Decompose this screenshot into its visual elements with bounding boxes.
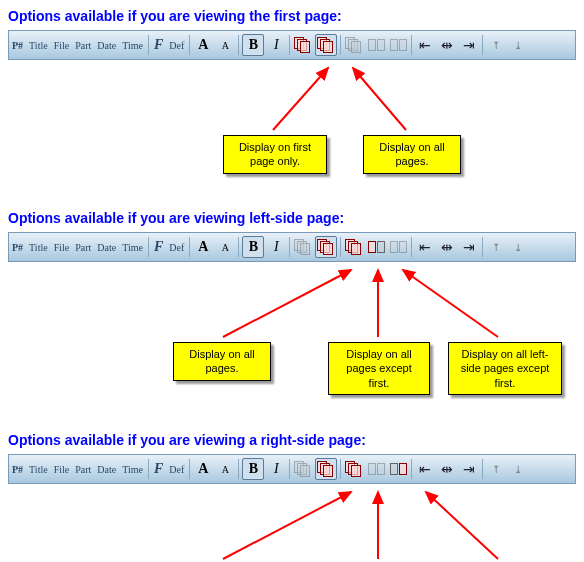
italic-button[interactable]: I	[266, 237, 286, 257]
align-right-button[interactable]: ⇥	[459, 35, 479, 55]
valign-bottom-button: ⤓	[508, 237, 528, 257]
font-large-button[interactable]: A	[193, 459, 213, 479]
dual-page-icon	[368, 463, 385, 475]
align-left-button[interactable]: ⇤	[415, 237, 435, 257]
font-icon[interactable]: F	[151, 233, 166, 261]
all-pages-button[interactable]	[315, 34, 337, 56]
callout-all-pages: Display on all pages.	[363, 135, 461, 174]
file-field[interactable]: File	[51, 233, 73, 261]
align-right-icon: ⇥	[463, 37, 475, 53]
except-first-button[interactable]	[344, 237, 364, 257]
italic-button[interactable]: I	[266, 35, 286, 55]
arrow-overlay	[8, 484, 578, 562]
font-icon[interactable]: F	[151, 31, 166, 59]
def-field[interactable]: Def	[166, 455, 187, 483]
font-small-button[interactable]: A	[215, 459, 235, 479]
callout-all-pages: Display on all pages.	[173, 342, 271, 381]
bold-button[interactable]: B	[242, 458, 264, 480]
first-page-only-button[interactable]	[293, 35, 313, 55]
page-number-field[interactable]: P#	[9, 31, 26, 59]
font-small-button[interactable]: A	[215, 237, 235, 257]
separator	[289, 35, 290, 55]
title-field[interactable]: Title	[26, 233, 51, 261]
separator	[238, 459, 239, 479]
right-pages-except-first-button[interactable]	[388, 459, 408, 479]
page-stack-icon	[345, 461, 363, 477]
callout-left-except-first: Display on all left-side pages except fi…	[448, 342, 562, 395]
align-center-button[interactable]: ⇹	[437, 237, 457, 257]
align-left-icon: ⇤	[419, 461, 431, 477]
date-field[interactable]: Date	[94, 455, 119, 483]
separator	[238, 237, 239, 257]
font-small-button[interactable]: A	[215, 35, 235, 55]
part-field[interactable]: Part	[72, 31, 94, 59]
toolbar: P# Title File Part Date Time F Def A A B…	[8, 232, 576, 262]
separator	[340, 459, 341, 479]
date-field[interactable]: Date	[94, 31, 119, 59]
section-first-page: Options available if you are viewing the…	[8, 8, 576, 180]
align-left-icon: ⇤	[419, 37, 431, 53]
part-field[interactable]: Part	[72, 455, 94, 483]
toolbar: P# Title File Part Date Time F Def A A B…	[8, 454, 576, 484]
file-field[interactable]: File	[51, 31, 73, 59]
align-right-button[interactable]: ⇥	[459, 237, 479, 257]
valign-top-icon: ⤒	[492, 40, 500, 51]
left-pages-button	[366, 459, 386, 479]
right-pages-button	[388, 237, 408, 257]
page-stack-icon	[294, 239, 312, 255]
align-left-button[interactable]: ⇤	[415, 35, 435, 55]
all-pages-button[interactable]	[315, 458, 337, 480]
separator	[289, 459, 290, 479]
bold-button[interactable]: B	[242, 236, 264, 258]
font-large-button[interactable]: A	[193, 237, 213, 257]
page-number-field[interactable]: P#	[9, 455, 26, 483]
date-field[interactable]: Date	[94, 233, 119, 261]
dual-page-icon	[368, 241, 385, 253]
font-large-button[interactable]: A	[193, 35, 213, 55]
title-field[interactable]: Title	[26, 455, 51, 483]
part-field[interactable]: Part	[72, 233, 94, 261]
align-right-icon: ⇥	[463, 461, 475, 477]
def-field[interactable]: Def	[166, 233, 187, 261]
italic-button[interactable]: I	[266, 459, 286, 479]
align-center-button[interactable]: ⇹	[437, 35, 457, 55]
except-first-button[interactable]	[344, 459, 364, 479]
separator	[148, 35, 149, 55]
align-right-icon: ⇥	[463, 239, 475, 255]
time-field[interactable]: Time	[119, 455, 146, 483]
page-stack-icon	[345, 239, 363, 255]
section-title: Options available if you are viewing a r…	[8, 432, 576, 448]
separator	[411, 237, 412, 257]
separator	[340, 237, 341, 257]
def-field[interactable]: Def	[166, 31, 187, 59]
annotation-area: Display on all pages. Display on all pag…	[8, 484, 576, 562]
separator	[482, 35, 483, 55]
align-center-button[interactable]: ⇹	[437, 459, 457, 479]
page-number-field[interactable]: P#	[9, 233, 26, 261]
valign-top-icon: ⤒	[492, 464, 500, 475]
align-center-icon: ⇹	[441, 461, 453, 477]
page-stack-icon	[294, 461, 312, 477]
time-field[interactable]: Time	[119, 233, 146, 261]
page-stack-icon	[317, 239, 335, 255]
svg-line-5	[223, 492, 351, 559]
dual-page-icon	[390, 241, 407, 253]
separator	[411, 35, 412, 55]
left-pages-button	[366, 35, 386, 55]
dual-page-icon	[368, 39, 385, 51]
separator	[289, 237, 290, 257]
right-pages-button	[388, 35, 408, 55]
all-pages-button[interactable]	[315, 236, 337, 258]
time-field[interactable]: Time	[119, 31, 146, 59]
annotation-area: Display on all pages. Display on all pag…	[8, 262, 576, 402]
svg-line-0	[273, 68, 328, 130]
left-pages-except-first-button[interactable]	[366, 237, 386, 257]
bold-button[interactable]: B	[242, 34, 264, 56]
font-icon[interactable]: F	[151, 455, 166, 483]
file-field[interactable]: File	[51, 455, 73, 483]
valign-top-button: ⤒	[486, 35, 506, 55]
title-field[interactable]: Title	[26, 31, 51, 59]
align-right-button[interactable]: ⇥	[459, 459, 479, 479]
section-left-page: Options available if you are viewing lef…	[8, 210, 576, 402]
align-left-button[interactable]: ⇤	[415, 459, 435, 479]
